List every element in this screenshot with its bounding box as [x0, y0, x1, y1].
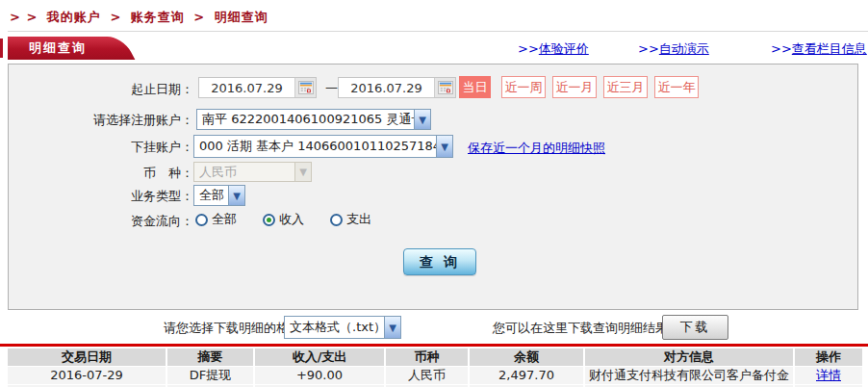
link-experience-rating[interactable]: >>体验评价 [518, 40, 589, 58]
chevron-down-icon: ▼ [436, 136, 452, 157]
link-view-column-info[interactable]: >>查看栏目信息 [771, 40, 867, 58]
link-label: 体验评价 [539, 41, 589, 56]
quick-range-quarter-button[interactable]: 近三月 [603, 76, 648, 98]
breadcrumb-separator: > [110, 10, 121, 24]
header-counterparty: 对方信息 [585, 348, 793, 366]
cell-currency: 人民币 [386, 367, 468, 384]
table-top-divider [0, 344, 868, 347]
breadcrumb-item-account-query[interactable]: 账务查询 [131, 10, 185, 24]
end-date-calendar-button[interactable] [434, 78, 455, 97]
header-trade-date: 交易日期 [8, 348, 166, 366]
cell-summary: DF提现 [167, 367, 253, 384]
link-auto-demo[interactable]: >>自动演示 [638, 40, 709, 58]
header-balance: 余额 [470, 348, 583, 366]
business-type-label: 业务类型： [9, 188, 193, 205]
query-button[interactable]: 查 询 [403, 248, 476, 275]
calendar-icon [438, 81, 453, 94]
sub-account-value: 000 活期 基本户 1406600101102571848 [194, 138, 436, 155]
download-format-select[interactable]: 文本格式（.txt） ▼ [284, 316, 401, 339]
save-monthly-snapshot-link[interactable]: 保存近一个月的明细快照 [468, 140, 605, 157]
radio-label: 全部 [212, 211, 237, 228]
start-date-value: 2016.07.29 [199, 81, 294, 95]
radio-label: 支出 [346, 211, 371, 228]
quick-range-month-button[interactable]: 近一月 [552, 76, 597, 98]
link-label: 查看栏目信息 [792, 41, 867, 56]
chevron-down-icon: ▼ [294, 163, 311, 181]
header-summary: 摘要 [167, 348, 253, 366]
sub-account-select[interactable]: 000 活期 基本户 1406600101102571848 ▼ [193, 135, 453, 158]
link-arrows: >> [638, 41, 659, 56]
date-range-label: 起止日期： [9, 81, 193, 98]
tab-detail-query: 明细查询 [8, 37, 108, 60]
download-button[interactable]: 下载 [662, 315, 728, 340]
table-header-row: 交易日期 摘要 收入/支出 币种 余额 对方信息 操作 [8, 348, 862, 366]
end-date-value: 2016.07.29 [339, 81, 434, 95]
fund-flow-all-radio[interactable]: 全部 [195, 211, 237, 228]
register-account-select[interactable]: 南平 6222001406100921065 灵通卡 ▼ [196, 109, 431, 130]
detail-link[interactable]: 详情 [816, 368, 841, 382]
quick-range-year-button[interactable]: 近一年 [654, 76, 699, 98]
detail-query-page: > > 我的账户 > 账务查询 > 明细查询 明细查询 >>体验评价 >>自动演… [0, 0, 868, 387]
download-format-label: 请您选择下载明细的格式 [164, 320, 301, 337]
quick-range-today-button[interactable]: 当日 [459, 76, 491, 98]
business-type-select[interactable]: 全部 ▼ [193, 185, 245, 206]
breadcrumb: > > 我的账户 > 账务查询 > 明细查询 [10, 9, 272, 26]
cell-trade-date: 2016-07-29 [8, 367, 166, 384]
header-income-expense: 收入/支出 [255, 348, 384, 366]
currency-value: 人民币 [194, 164, 294, 181]
cell-balance: 2,497.70 [470, 367, 583, 384]
link-label: 自动演示 [659, 41, 709, 56]
breadcrumb-prefix: > > [10, 10, 38, 24]
register-account-value: 南平 6222001406100921065 灵通卡 [197, 111, 414, 128]
start-date-calendar-button[interactable] [294, 78, 316, 97]
results-table: 交易日期 摘要 收入/支出 币种 余额 对方信息 操作 2016-07-29 D… [8, 348, 862, 387]
download-hint-text: 您可以在这里下载查询明细结果 [493, 320, 668, 337]
fund-flow-expense-radio[interactable]: 支出 [330, 211, 371, 228]
chevron-down-icon: ▼ [414, 110, 430, 129]
divider [8, 31, 868, 32]
sub-account-label: 下挂账户： [9, 139, 193, 156]
breadcrumb-item-my-account[interactable]: 我的账户 [47, 10, 101, 24]
currency-select: 人民币 ▼ [193, 162, 312, 182]
chevron-down-icon: ▼ [384, 317, 400, 338]
query-form-panel: 起止日期： 2016.07.29 — 2016.07.29 [8, 64, 858, 310]
header-action: 操作 [795, 348, 862, 366]
calendar-icon [298, 81, 314, 94]
download-format-value: 文本格式（.txt） [285, 319, 384, 336]
radio-checked-icon [263, 214, 275, 226]
currency-label: 币 种： [9, 165, 193, 182]
chevron-down-icon: ▼ [228, 186, 244, 205]
register-account-label: 请选择注册账户： [9, 112, 193, 129]
business-type-value: 全部 [194, 187, 228, 204]
date-range-dash: — [325, 80, 338, 94]
fund-flow-income-radio[interactable]: 收入 [263, 211, 304, 228]
radio-label: 收入 [279, 211, 304, 228]
start-date-input[interactable]: 2016.07.29 [198, 77, 317, 98]
radio-icon [195, 214, 208, 226]
link-arrows: >> [771, 41, 792, 56]
radio-icon [330, 214, 343, 226]
left-accent-bar [0, 39, 3, 58]
header-currency: 币种 [386, 348, 468, 366]
fund-flow-radio-group: 全部 收入 支出 [195, 211, 371, 228]
fund-flow-label: 资金流向： [9, 213, 193, 230]
breadcrumb-separator: > [193, 10, 205, 24]
table-row: 2016-07-29 DF提现 +90.00 人民币 2,497.70 财付通支… [8, 367, 862, 384]
cell-counterparty: 财付通支付科技有限公司客户备付金 [585, 367, 793, 384]
breadcrumb-item-detail-query[interactable]: 明细查询 [215, 10, 268, 24]
end-date-input[interactable]: 2016.07.29 [338, 77, 456, 98]
cell-amount: +90.00 [255, 367, 384, 384]
link-arrows: >> [518, 41, 539, 56]
quick-range-week-button[interactable]: 近一周 [501, 76, 546, 98]
